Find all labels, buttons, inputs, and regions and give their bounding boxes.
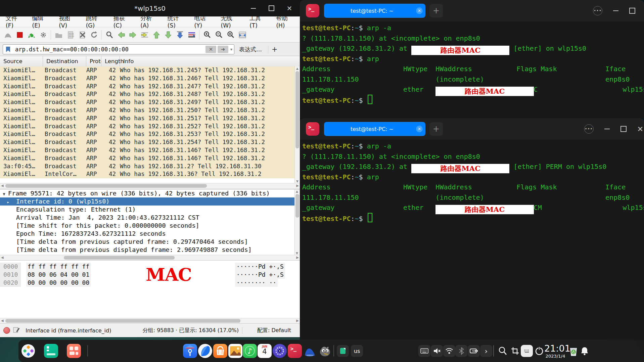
detail-line[interactable]: [Time delta from previous displayed fram… xyxy=(0,246,300,254)
menu-item[interactable]: 编辑(E) xyxy=(29,14,55,29)
capture-start-icon[interactable] xyxy=(2,29,14,41)
terminal-1-header[interactable]: >_ test@test-PC: ~ ✕ + ••• xyxy=(300,0,644,21)
gimp-dock-icon[interactable] xyxy=(318,344,332,358)
terminal-2-body[interactable]: test@test-PC:~$ arp -a? (111.178.11.150)… xyxy=(300,140,644,223)
menu-item[interactable]: 跳转(G) xyxy=(82,14,110,29)
music-icon[interactable]: ♪ xyxy=(243,344,257,358)
detail-line[interactable]: [Time shift for this packet: 0.000000000… xyxy=(0,222,300,230)
packet-list-vscrollbar[interactable]: ▲ ▼ xyxy=(294,66,300,183)
tab-close-icon[interactable]: ✕ xyxy=(416,7,423,14)
power-icon[interactable] xyxy=(533,345,545,357)
packet-list-hscrollbar[interactable]: ◀ ▶ xyxy=(0,183,300,189)
terminal-close-button[interactable]: ✕ xyxy=(637,125,643,133)
multitasking-view-icon[interactable] xyxy=(44,344,58,358)
terminal-minimize-button[interactable] xyxy=(613,10,618,11)
detail-line[interactable]: ▼Frame 95571: 42 bytes on wire (336 bits… xyxy=(0,189,300,197)
expression-button[interactable]: 表达式… xyxy=(239,46,262,53)
packet-row[interactable]: XiaomiEl…IntelCor…ARP42Who has 192.168.3… xyxy=(0,170,295,178)
packet-row[interactable]: XiaomiEl…BroadcastARP42Who has 192.168.3… xyxy=(0,75,295,83)
terminal-2-header[interactable]: >_ test@test-PC: ~ ✕ + ••• ✕ xyxy=(300,118,644,140)
tray-expand-chevron-icon[interactable]: › xyxy=(480,345,492,357)
column-destination[interactable]: Destination xyxy=(43,56,86,66)
details-vscrollbar[interactable]: ▲ ▼ xyxy=(294,189,300,255)
expander-icon[interactable]: ▸ xyxy=(0,198,16,206)
filter-dropdown-icon[interactable]: ▾ xyxy=(230,47,232,52)
terminal-1-body[interactable]: test@test-PC:~$ arp -a? (111.178.11.150)… xyxy=(300,21,644,105)
filter-apply-button[interactable]: ➜ xyxy=(218,46,228,53)
wireshark-titlebar[interactable]: *wlp15s0 ✕ xyxy=(0,0,300,16)
filter-add-button[interactable]: + xyxy=(268,45,281,53)
column-protocol[interactable]: Protocol xyxy=(86,56,101,66)
terminal-menu-icon[interactable]: ••• xyxy=(593,6,602,15)
packet-row[interactable]: XiaomiEl…BroadcastARP42Who has 192.168.3… xyxy=(0,66,295,75)
packet-row[interactable]: XiaomiEl…BroadcastARP42Who has 192.168.3… xyxy=(0,98,295,106)
close-button[interactable]: ✕ xyxy=(284,3,295,14)
app-store-icon[interactable] xyxy=(213,344,227,358)
packet-row[interactable]: XiaomiEl…BroadcastARP42Who has 192.168.3… xyxy=(0,83,295,91)
colorize-icon[interactable] xyxy=(186,29,197,41)
photos-icon[interactable] xyxy=(228,344,242,358)
notification-bell-icon[interactable] xyxy=(579,345,591,357)
filter-bookmark-icon[interactable] xyxy=(5,46,11,54)
wireshark-dock-icon[interactable] xyxy=(303,344,317,358)
file-close-icon[interactable] xyxy=(76,29,88,41)
menu-item[interactable]: 视图(V) xyxy=(55,14,82,29)
detail-line[interactable]: Epoch Time: 1672837243.627321112 seconds xyxy=(0,230,300,238)
terminal-2-tab[interactable]: test@test-PC: ~ ✕ xyxy=(324,122,425,136)
reload-icon[interactable] xyxy=(88,29,100,41)
menu-item[interactable]: 文件(F) xyxy=(2,14,29,29)
zoom-reset-icon[interactable] xyxy=(225,29,236,41)
maximize-button[interactable] xyxy=(266,3,277,14)
capture-stop-icon[interactable] xyxy=(14,29,26,41)
terminal-1-tab[interactable]: test@test-PC: ~ ✕ xyxy=(324,4,425,18)
minimize-button[interactable] xyxy=(247,3,259,14)
column-info[interactable]: Info xyxy=(120,56,300,66)
terminal-menu-icon[interactable]: ••• xyxy=(584,124,594,134)
detail-line[interactable]: Arrival Time: Jan 4, 2023 21:00:43.62732… xyxy=(0,214,300,222)
clipboard-tray-icon[interactable] xyxy=(337,345,349,357)
detail-line[interactable]: Encapsulation type: Ethernet (1) xyxy=(0,206,300,214)
go-forward-icon[interactable] xyxy=(127,29,139,41)
expander-icon[interactable]: ▼ xyxy=(0,190,8,198)
go-up-icon[interactable] xyxy=(150,29,162,41)
go-bottom-icon[interactable] xyxy=(174,29,186,41)
packet-row[interactable]: 3a:f0:45…BroadcastARP42Who has 192.168.3… xyxy=(0,163,295,171)
volume-muted-icon[interactable] xyxy=(431,345,443,357)
find-packet-icon[interactable] xyxy=(103,29,115,41)
new-tab-button[interactable]: + xyxy=(429,122,443,136)
packet-row[interactable]: XiaomiEl…BroadcastARP42Who has 192.168.3… xyxy=(0,115,295,123)
menu-item[interactable]: 分析(A) xyxy=(137,14,164,29)
file-open-icon[interactable] xyxy=(53,29,64,41)
go-back-icon[interactable] xyxy=(115,29,127,41)
terminal-dock-icon[interactable]: >_ xyxy=(288,344,302,358)
menu-item[interactable]: 工具(T) xyxy=(246,14,272,29)
menu-item[interactable]: 电话(Y) xyxy=(190,14,217,29)
packet-row[interactable]: XiaomiEl…BroadcastARP42Who has 192.168.3… xyxy=(0,90,295,98)
terminal-maximize-button[interactable] xyxy=(620,126,627,132)
status-profile[interactable]: 配置: Default xyxy=(257,327,291,334)
onscreen-keyboard-icon[interactable] xyxy=(521,345,533,357)
file-manager-icon[interactable] xyxy=(183,344,197,358)
menu-item[interactable]: 统计(S) xyxy=(164,14,191,29)
packet-row[interactable]: XiaomiEl…BroadcastARP42Who has 192.168.3… xyxy=(0,138,295,146)
display-filter-input[interactable] xyxy=(3,44,234,54)
screenshot-icon[interactable] xyxy=(509,345,521,357)
trash-icon[interactable] xyxy=(567,345,580,357)
menu-item[interactable]: 帮助(H) xyxy=(272,14,300,29)
keyboard-layout-indicator[interactable]: us xyxy=(351,345,363,357)
terminal-maximize-button[interactable] xyxy=(629,8,635,14)
menu-item[interactable]: 捕获(C) xyxy=(110,14,137,29)
packet-row[interactable]: XiaomiEl…BroadcastARP42Who has 192.168.3… xyxy=(0,123,295,131)
file-save-icon[interactable]: 01010110 xyxy=(64,29,76,41)
detail-line[interactable]: [Time delta from previous captured frame… xyxy=(0,238,300,246)
bluetooth-icon[interactable] xyxy=(455,345,467,357)
filter-clear-button[interactable]: ✕ xyxy=(205,46,216,53)
search-icon[interactable] xyxy=(497,345,509,357)
go-to-packet-icon[interactable] xyxy=(139,29,150,41)
launcher-icon[interactable] xyxy=(21,344,35,358)
new-tab-button[interactable]: + xyxy=(429,4,443,17)
menu-item[interactable]: 无线(W) xyxy=(217,14,246,29)
wifi-icon[interactable] xyxy=(443,345,455,357)
browser-icon[interactable] xyxy=(198,344,212,358)
packet-list-header[interactable]: Source Destination Protocol Length Info xyxy=(0,56,300,67)
